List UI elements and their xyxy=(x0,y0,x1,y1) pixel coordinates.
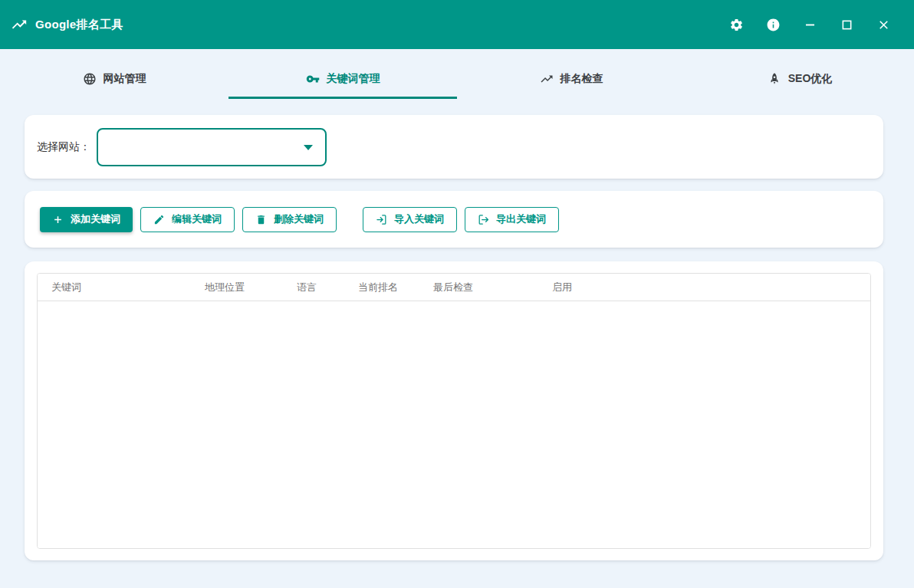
import-icon xyxy=(376,214,387,225)
settings-button[interactable] xyxy=(728,17,744,32)
edit-keyword-button[interactable]: 编辑关键词 xyxy=(140,207,235,232)
tab-keyword-management[interactable]: 关键词管理 xyxy=(228,49,457,99)
import-keyword-button[interactable]: 导入关键词 xyxy=(363,207,457,232)
export-keyword-button[interactable]: 导出关键词 xyxy=(465,207,559,232)
globe-icon xyxy=(83,72,97,86)
table-header-row: 关键词 地理位置 语言 当前排名 最后检查 启用 xyxy=(38,274,870,301)
trash-icon xyxy=(255,214,267,225)
app-brand: Google排名工具 xyxy=(11,16,123,33)
app-title: Google排名工具 xyxy=(35,18,123,32)
column-header-last-check: 最后检查 xyxy=(419,281,538,294)
plus-icon xyxy=(52,214,64,225)
key-icon xyxy=(306,72,320,86)
main-content: 选择网站： 添加关键词 编辑关键词 删除关键词 xyxy=(0,99,914,560)
keyword-toolbar-card: 添加关键词 编辑关键词 删除关键词 导入关键词 xyxy=(25,191,883,248)
site-selector-label: 选择网站： xyxy=(37,140,90,154)
minimize-button[interactable] xyxy=(802,17,817,32)
column-header-language: 语言 xyxy=(283,281,344,294)
titlebar: Google排名工具 xyxy=(0,0,914,49)
delete-keyword-button[interactable]: 删除关键词 xyxy=(242,207,337,232)
import-keyword-label: 导入关键词 xyxy=(394,212,444,226)
edit-keyword-label: 编辑关键词 xyxy=(172,212,222,226)
column-header-current-rank: 当前排名 xyxy=(344,281,419,294)
delete-keyword-label: 删除关键词 xyxy=(274,212,324,226)
trending-up-icon xyxy=(11,16,28,33)
maximize-icon xyxy=(840,18,854,32)
column-header-keyword: 关键词 xyxy=(38,281,191,294)
keyword-table-card: 关键词 地理位置 语言 当前排名 最后检查 启用 xyxy=(25,261,883,560)
settings-gear-icon xyxy=(729,18,744,32)
chevron-down-icon xyxy=(304,145,313,150)
tab-site-management[interactable]: 网站管理 xyxy=(0,49,228,99)
trending-up-icon xyxy=(540,72,554,86)
site-selector-card: 选择网站： xyxy=(25,115,883,179)
info-icon xyxy=(766,18,781,32)
pencil-icon xyxy=(153,214,165,225)
close-icon xyxy=(876,18,891,32)
tab-label: SEO优化 xyxy=(788,72,833,86)
main-tabs: 网站管理 关键词管理 排名检查 SEO优化 xyxy=(0,49,914,99)
tab-label: 网站管理 xyxy=(104,72,146,86)
column-header-location: 地理位置 xyxy=(191,281,283,294)
tab-rank-check[interactable]: 排名检查 xyxy=(457,49,686,99)
column-header-enabled: 启用 xyxy=(538,281,870,294)
minimize-icon xyxy=(803,18,817,32)
add-keyword-button[interactable]: 添加关键词 xyxy=(40,207,133,232)
table-body-empty xyxy=(38,301,870,548)
maximize-button[interactable] xyxy=(839,17,854,32)
site-select-dropdown[interactable] xyxy=(97,128,327,166)
tab-label: 排名检查 xyxy=(561,72,603,86)
tab-label: 关键词管理 xyxy=(327,72,380,86)
export-keyword-label: 导出关键词 xyxy=(496,212,546,226)
tab-seo-optimization[interactable]: SEO优化 xyxy=(686,49,914,99)
rocket-icon xyxy=(768,72,781,86)
export-icon xyxy=(478,214,489,225)
keyword-table: 关键词 地理位置 语言 当前排名 最后检查 启用 xyxy=(37,273,871,549)
info-button[interactable] xyxy=(765,17,781,32)
close-button[interactable] xyxy=(876,17,891,32)
window-controls xyxy=(728,17,891,32)
add-keyword-label: 添加关键词 xyxy=(71,212,120,226)
